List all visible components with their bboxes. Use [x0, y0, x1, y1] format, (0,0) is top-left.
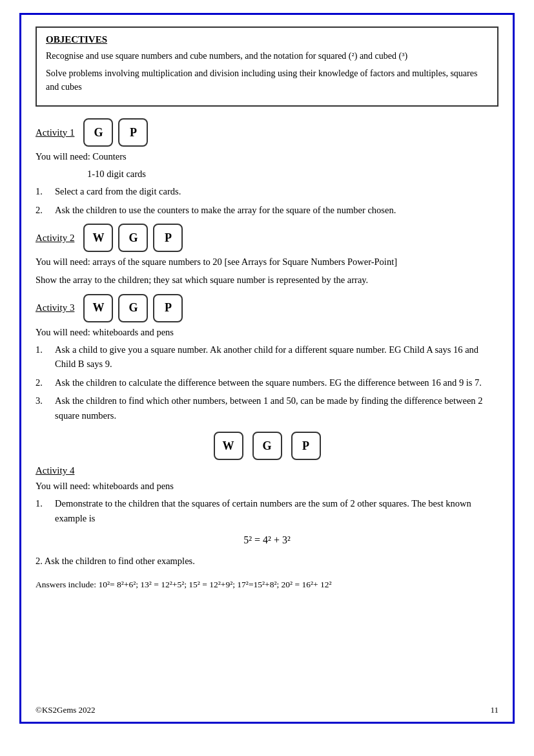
outer-border: OBJECTIVES Recognise and use square numb… — [19, 13, 515, 724]
objectives-title: OBJECTIVES — [46, 34, 488, 45]
activity3-btn-g: G — [118, 294, 148, 322]
activity4-btn-w: W — [214, 432, 243, 460]
activity1-body: You will need: Counters 1-10 digit cards… — [36, 149, 498, 217]
objectives-line2: Solve problems involving multiplication … — [46, 67, 488, 94]
activity1-step2: 2. Ask the children to use the counters … — [36, 203, 498, 217]
activity1-needs: You will need: Counters — [36, 149, 498, 164]
activity3-header: Activity 3 W G P — [36, 294, 498, 322]
activity4-btn-p: P — [291, 432, 321, 460]
activity2-btn-p: P — [153, 224, 183, 252]
answers-label: Answers include: 10²= 8²+6²; 13² = 12²+5… — [36, 580, 332, 589]
footer-page-number: 11 — [490, 705, 498, 715]
activity3-label: Activity 3 — [36, 302, 74, 313]
objectives-line1: Recognise and use square numbers and cub… — [46, 49, 488, 63]
activity1-header: Activity 1 G P — [36, 118, 498, 147]
page: OBJECTIVES Recognise and use square numb… — [0, 0, 534, 756]
activity4-btn-g: G — [252, 432, 282, 460]
activity2-label: Activity 2 — [36, 233, 74, 244]
activity2-text: Show the array to the children; they sat… — [36, 273, 498, 288]
activity4-body: You will need: whiteboards and pens 1. D… — [36, 479, 498, 569]
activity3-btn-p: P — [153, 294, 183, 322]
answers-line: Answers include: 10²= 8²+6²; 13² = 12²+5… — [36, 578, 498, 592]
activity1-step1: 1. Select a card from the digit cards. — [36, 184, 498, 198]
objectives-box: OBJECTIVES Recognise and use square numb… — [36, 26, 498, 107]
footer: ©KS2Gems 2022 11 — [36, 705, 498, 715]
activity2-btn-g: G — [118, 224, 148, 252]
activity1-btn-p: P — [118, 118, 148, 147]
activity1-label: Activity 1 — [36, 127, 74, 138]
activity2-needs: You will need: arrays of the square numb… — [36, 255, 498, 269]
activity4-buttons-row: W G P — [36, 432, 498, 460]
activity1-needs2: 1-10 digit cards — [87, 167, 498, 182]
activity3-steps: 1. Ask a child to give you a square numb… — [36, 342, 498, 423]
activity4-needs: You will need: whiteboards and pens — [36, 479, 498, 494]
activity1-steps: 1. Select a card from the digit cards. 2… — [36, 184, 498, 217]
activity4-step2: 2. Ask the children to find other exampl… — [36, 554, 498, 569]
activity3-step2: 2. Ask the children to calculate the dif… — [36, 375, 498, 390]
activity3-needs: You will need: whiteboards and pens — [36, 325, 498, 340]
activity1-btn-g: G — [83, 118, 113, 147]
activity4-steps: 1. Demonstrate to the children that the … — [36, 496, 498, 525]
footer-copyright: ©KS2Gems 2022 — [36, 705, 96, 715]
activity4-formula: 5² = 4² + 3² — [36, 532, 498, 549]
activity3-step1: 1. Ask a child to give you a square numb… — [36, 342, 498, 372]
activity4-header: Activity 4 — [36, 465, 498, 476]
activity4-step1: 1. Demonstrate to the children that the … — [36, 496, 498, 525]
activity3-step3: 3. Ask the children to find which other … — [36, 394, 498, 423]
activity2-header: Activity 2 W G P — [36, 224, 498, 252]
activity4-label: Activity 4 — [36, 465, 74, 476]
activity2-btn-w: W — [83, 224, 113, 252]
activity3-btn-w: W — [83, 294, 113, 322]
activity3-body: You will need: whiteboards and pens 1. A… — [36, 325, 498, 423]
activity2-body: You will need: arrays of the square numb… — [36, 255, 498, 287]
